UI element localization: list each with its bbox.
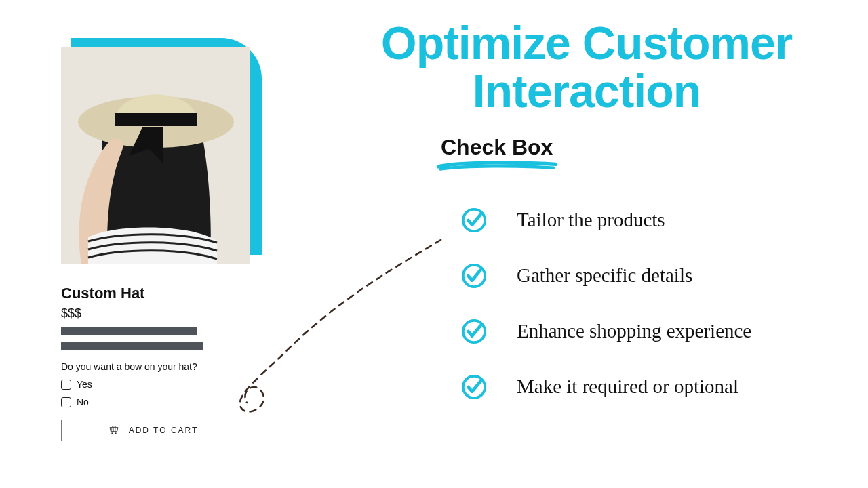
svg-point-11 <box>115 432 116 434</box>
feature-item: Enhance shopping experience <box>461 319 854 344</box>
skeleton-line <box>61 342 203 350</box>
feature-item: Gather specific details <box>461 263 854 289</box>
subheadline: Check Box <box>441 135 553 160</box>
feature-list: Tailor the products Gather specific deta… <box>461 207 854 400</box>
swirl-arrow-icon <box>224 237 448 427</box>
headline: Optimize Customer Interaction <box>319 19 854 116</box>
checkmark-circle-icon <box>461 374 487 400</box>
subheadline-wrap: Check Box <box>441 135 553 160</box>
svg-rect-6 <box>115 113 197 126</box>
feature-text: Enhance shopping experience <box>517 320 751 342</box>
headline-line-1: Optimize Customer <box>381 17 792 68</box>
product-photo <box>61 47 250 264</box>
option-label: No <box>77 396 89 407</box>
feature-text: Make it required or optional <box>517 375 738 398</box>
checkmark-circle-icon <box>461 263 487 289</box>
product-photo-frame <box>61 41 252 258</box>
checkbox-icon <box>61 397 71 407</box>
svg-point-10 <box>111 432 113 434</box>
headline-line-2: Interaction <box>473 65 701 117</box>
feature-item: Tailor the products <box>461 207 854 233</box>
add-to-cart-button[interactable]: ADD TO CART <box>61 420 245 441</box>
option-label: Yes <box>77 379 92 390</box>
feature-text: Tailor the products <box>517 209 665 231</box>
brush-underline-icon <box>437 161 557 171</box>
feature-item: Make it required or optional <box>461 374 854 400</box>
feature-text: Gather specific details <box>517 264 692 287</box>
checkmark-circle-icon <box>461 207 487 233</box>
skeleton-line <box>61 327 197 336</box>
cart-icon <box>108 426 119 435</box>
add-to-cart-label: ADD TO CART <box>129 426 199 435</box>
checkbox-icon <box>61 380 71 390</box>
checkmark-circle-icon <box>461 319 487 344</box>
